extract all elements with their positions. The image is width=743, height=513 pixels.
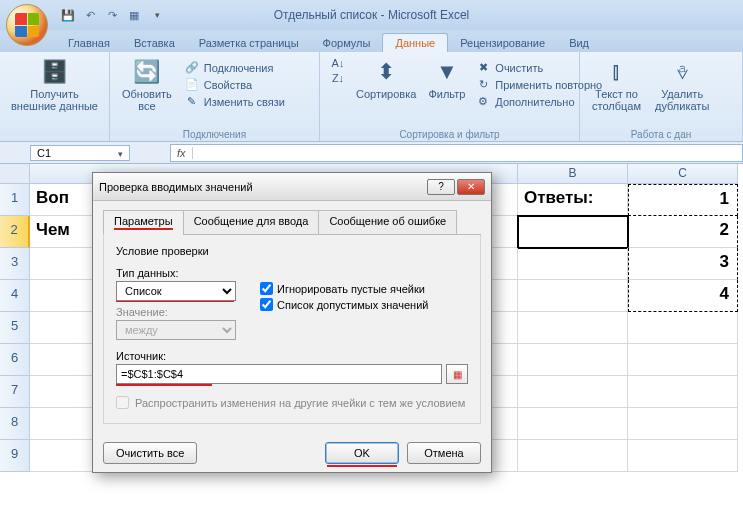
dialog-tab-params[interactable]: Параметры	[103, 210, 184, 235]
link-icon: 🔗	[184, 61, 200, 74]
type-label: Тип данных:	[116, 267, 246, 279]
help-button[interactable]: ?	[427, 179, 455, 195]
filter-icon: ▼	[431, 58, 463, 86]
properties-button[interactable]: 📄Свойства	[182, 77, 287, 92]
redo-icon[interactable]: ↷	[104, 7, 120, 23]
undo-icon[interactable]: ↶	[82, 7, 98, 23]
ribbon: 🗄️ Получить внешние данные 🔄 Обновить вс…	[0, 52, 743, 142]
cell-c9[interactable]	[628, 440, 738, 472]
filter-button[interactable]: ▼ Фильтр	[424, 56, 469, 127]
more-icon[interactable]	[148, 7, 164, 23]
row-header-5[interactable]: 5	[0, 312, 30, 344]
cell-c8[interactable]	[628, 408, 738, 440]
ribbon-tabs: Главная Вставка Разметка страницы Формул…	[0, 30, 743, 52]
cell-c3[interactable]: 3	[628, 248, 738, 280]
name-box[interactable]: C1	[30, 145, 130, 161]
clear-all-button[interactable]: Очистить все	[103, 442, 197, 464]
sort-za-icon: Z↓	[330, 72, 346, 84]
type-select[interactable]: Список	[116, 281, 236, 301]
quickprint-icon[interactable]: ▦	[126, 7, 142, 23]
cell-b9[interactable]	[518, 440, 628, 472]
cell-b6[interactable]	[518, 344, 628, 376]
ignore-blank-checkbox[interactable]	[260, 282, 273, 295]
ok-button[interactable]: OK	[325, 442, 399, 464]
cell-b5[interactable]	[518, 312, 628, 344]
cell-c5[interactable]	[628, 312, 738, 344]
col-header-b[interactable]: B	[518, 164, 628, 184]
cell-b7[interactable]	[518, 376, 628, 408]
text-to-columns-button[interactable]: ⫿ Текст по столбцам	[588, 56, 645, 114]
sort-az-icon: A↓	[330, 57, 346, 69]
propagate-label: Распространить изменения на другие ячейк…	[135, 397, 465, 409]
data-validation-dialog: Проверка вводимых значений ? ✕ Параметры…	[92, 172, 492, 473]
formula-bar[interactable]: fx	[170, 144, 743, 162]
tab-view[interactable]: Вид	[557, 34, 601, 52]
source-input[interactable]	[116, 364, 442, 384]
edit-links-button[interactable]: ✎Изменить связи	[182, 94, 287, 109]
row-header-4[interactable]: 4	[0, 280, 30, 312]
get-external-data-button[interactable]: 🗄️ Получить внешние данные	[8, 56, 101, 114]
save-icon[interactable]: 💾	[60, 7, 76, 23]
row-header-6[interactable]: 6	[0, 344, 30, 376]
remove-duplicates-button[interactable]: ⎀ Удалить дубликаты	[651, 56, 713, 114]
dialog-tab-error[interactable]: Сообщение об ошибке	[318, 210, 457, 235]
reapply-icon: ↻	[475, 78, 491, 91]
range-icon: ▦	[453, 369, 462, 380]
tab-review[interactable]: Рецензирование	[448, 34, 557, 52]
cancel-button[interactable]: Отмена	[407, 442, 481, 464]
cell-c1[interactable]: 1	[628, 184, 738, 216]
cell-b4[interactable]	[518, 280, 628, 312]
col-header-c[interactable]: C	[628, 164, 738, 184]
edit-links-icon: ✎	[184, 95, 200, 108]
cell-b3[interactable]	[518, 248, 628, 280]
dialog-titlebar[interactable]: Проверка вводимых значений ? ✕	[93, 173, 491, 201]
office-button[interactable]	[6, 4, 48, 46]
tab-data[interactable]: Данные	[382, 33, 448, 52]
sort-az-button[interactable]: A↓	[328, 56, 348, 70]
close-button[interactable]: ✕	[457, 179, 485, 195]
dialog-tab-input[interactable]: Сообщение для ввода	[183, 210, 320, 235]
incell-dropdown-checkbox[interactable]	[260, 298, 273, 311]
row-header-3[interactable]: 3	[0, 248, 30, 280]
cell-b2-selected[interactable]	[518, 216, 628, 248]
cell-c6[interactable]	[628, 344, 738, 376]
sort-button[interactable]: ⬍ Сортировка	[352, 56, 420, 127]
cell-c2[interactable]: 2	[628, 216, 738, 248]
formula-bar-row: C1 fx	[0, 142, 743, 164]
select-all-corner[interactable]	[0, 164, 30, 184]
group-label-connections: Подключения	[110, 129, 319, 140]
range-picker-button[interactable]: ▦	[446, 364, 468, 384]
row-header-1[interactable]: 1	[0, 184, 30, 216]
clear-icon: ✖	[475, 61, 491, 74]
row-header-9[interactable]: 9	[0, 440, 30, 472]
source-label: Источник:	[116, 350, 468, 362]
refresh-all-button[interactable]: 🔄 Обновить все	[118, 56, 176, 127]
propagate-checkbox	[116, 396, 129, 409]
connections-button[interactable]: 🔗Подключения	[182, 60, 287, 75]
cell-c4[interactable]: 4	[628, 280, 738, 312]
database-icon: 🗄️	[39, 58, 71, 86]
row-header-2[interactable]: 2	[0, 216, 30, 248]
tab-home[interactable]: Главная	[56, 34, 122, 52]
properties-icon: 📄	[184, 78, 200, 91]
sort-za-button[interactable]: Z↓	[328, 71, 348, 85]
cell-b1[interactable]: Ответы:	[518, 184, 628, 216]
advanced-icon: ⚙	[475, 95, 491, 108]
quick-access-toolbar: 💾 ↶ ↷ ▦	[60, 7, 164, 23]
chevron-down-icon[interactable]	[116, 147, 123, 159]
tab-pagelayout[interactable]: Разметка страницы	[187, 34, 311, 52]
title-bar: 💾 ↶ ↷ ▦ Отдельный список - Microsoft Exc…	[0, 0, 743, 30]
row-header-8[interactable]: 8	[0, 408, 30, 440]
cell-b8[interactable]	[518, 408, 628, 440]
refresh-icon: 🔄	[131, 58, 163, 86]
value-label: Значение:	[116, 306, 246, 318]
group-label-datatools: Работа с дан	[580, 129, 742, 140]
tab-formulas[interactable]: Формулы	[311, 34, 383, 52]
group-label-sortfilter: Сортировка и фильтр	[320, 129, 579, 140]
fx-icon[interactable]: fx	[171, 147, 193, 159]
sort-icon: ⬍	[370, 58, 402, 86]
cell-c7[interactable]	[628, 376, 738, 408]
row-header-7[interactable]: 7	[0, 376, 30, 408]
window-title: Отдельный список - Microsoft Excel	[274, 8, 470, 22]
tab-insert[interactable]: Вставка	[122, 34, 187, 52]
